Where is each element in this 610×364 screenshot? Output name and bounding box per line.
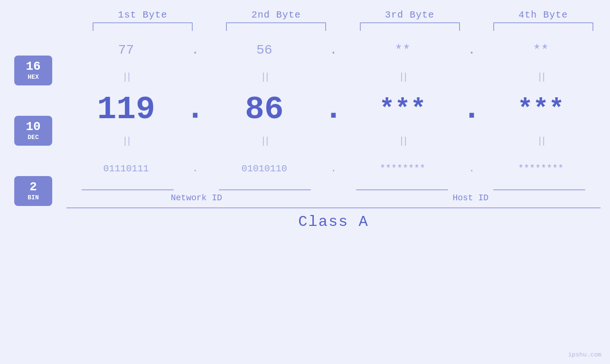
hex-dot-1: .	[186, 43, 205, 57]
bin-row: 01110111 . 01010110 . ******** .	[66, 149, 601, 187]
dec-val-3: ***	[379, 94, 426, 124]
dec-val-2: 86	[245, 91, 284, 128]
byte-header-1: 1st Byte	[76, 9, 209, 20]
byte-headers: 1st Byte 2nd Byte 3rd Byte 4th Byte	[0, 9, 610, 20]
hex-b1: 77	[66, 43, 186, 57]
hex-badge-num: 16	[23, 60, 44, 73]
bracket-col-3	[343, 22, 477, 31]
byte-header-4: 4th Byte	[477, 9, 610, 20]
bin-val-4: ********	[518, 163, 563, 174]
network-bracket-col	[66, 189, 189, 190]
dec-dot-3: .	[462, 93, 481, 125]
hex-val-2: 56	[256, 43, 272, 57]
hex-b2: 56	[205, 43, 324, 57]
network-bracket-col2	[204, 189, 327, 190]
bracket-3	[360, 22, 460, 31]
byte-header-2: 2nd Byte	[209, 9, 343, 20]
bin-badge: 2 BIN	[14, 176, 52, 206]
bin-b3: ********	[343, 163, 462, 174]
hex-badge-label: HEX	[23, 74, 44, 81]
dec-b3: ***	[343, 94, 462, 124]
bracket-col-1	[76, 22, 209, 31]
hex-val-4: **	[533, 43, 549, 57]
hex-badge: 16 HEX	[14, 56, 52, 85]
host-bracket-col2	[478, 189, 601, 190]
bin-b4: ********	[481, 163, 601, 174]
bin-dot-3: .	[462, 163, 481, 174]
dec-b2: 86	[205, 91, 324, 128]
dec-row: 119 . 86 . *** . ***	[66, 85, 601, 133]
eq1-b4: ||	[481, 72, 601, 83]
bracket-4	[493, 22, 593, 31]
equals-row-1: || || || ||	[66, 69, 601, 85]
eq2-b1: ||	[66, 136, 186, 147]
dec-badge-label: DEC	[23, 134, 44, 141]
hex-dot-3: .	[462, 43, 481, 57]
bin-val-1: 01110111	[103, 163, 149, 174]
bin-badge-label: BIN	[23, 194, 44, 201]
host-bracket-col	[341, 189, 464, 190]
hex-dot-2: .	[324, 43, 343, 57]
dec-b1: 119	[66, 91, 186, 128]
bin-val-2: 01010110	[242, 163, 287, 174]
network-id-label: Network ID	[171, 193, 222, 203]
byte-header-3: 3rd Byte	[343, 9, 477, 20]
class-label: Class A	[298, 213, 368, 231]
dec-dot-2: .	[324, 93, 343, 125]
eq2-b2: ||	[205, 136, 324, 147]
bracket-col-2	[209, 22, 343, 31]
network-id-container: Network ID	[66, 193, 327, 203]
left-labels: 16 HEX 10 DEC 2 BIN	[0, 31, 66, 231]
host-id-container: Host ID	[341, 193, 601, 203]
network-bracket-top2	[219, 189, 311, 190]
dec-val-4: ***	[517, 94, 564, 124]
hex-val-3: **	[394, 43, 411, 57]
bin-b1: 01110111	[66, 163, 186, 174]
main-container: 1st Byte 2nd Byte 3rd Byte 4th Byte 16 H…	[0, 0, 610, 364]
eq1-b1: ||	[66, 72, 186, 83]
bin-dot-1: .	[186, 163, 205, 174]
host-bracket-top2	[493, 189, 585, 190]
bin-badge-num: 2	[23, 181, 44, 193]
dec-badge: 10 DEC	[14, 116, 52, 146]
class-section: Class A	[66, 207, 601, 231]
bracket-col-4	[477, 22, 610, 31]
bin-val-3: ********	[380, 163, 425, 174]
dec-b4: ***	[481, 94, 601, 124]
hex-row: 77 . 56 . ** . **	[66, 31, 601, 69]
eq1-b2: ||	[205, 72, 324, 83]
bracket-2	[226, 22, 326, 31]
hex-b3: **	[343, 43, 462, 57]
dec-val-1: 119	[97, 91, 155, 128]
class-bracket-line	[66, 207, 601, 208]
top-brackets	[0, 22, 610, 31]
network-bracket-top	[82, 189, 174, 190]
watermark: ipshu.com	[568, 351, 601, 358]
hex-val-1: 77	[118, 43, 134, 57]
class-label-container: Class A	[66, 213, 601, 231]
bin-dot-2: .	[324, 163, 343, 174]
eq1-b3: ||	[343, 72, 462, 83]
host-id-label: Host ID	[452, 193, 488, 203]
content-area: 16 HEX 10 DEC 2 BIN 77 .	[0, 31, 610, 231]
bin-b2: 01010110	[205, 163, 324, 174]
dec-dot-1: .	[186, 93, 205, 125]
equals-row-2: || || || ||	[66, 133, 601, 149]
eq2-b4: ||	[481, 136, 601, 147]
host-bracket-top	[356, 189, 448, 190]
hex-b4: **	[481, 43, 601, 57]
dec-badge-num: 10	[23, 121, 44, 133]
bracket-1	[93, 22, 193, 31]
eq2-b3: ||	[343, 136, 462, 147]
bottom-brackets	[66, 189, 601, 190]
id-labels-row: Network ID Host ID	[66, 193, 601, 203]
